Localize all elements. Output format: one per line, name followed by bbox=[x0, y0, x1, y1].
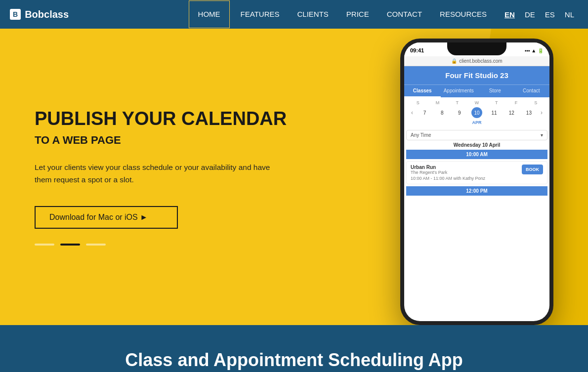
slider-dots bbox=[35, 244, 356, 246]
phone-url-bar: 🔒client.bobclass.com bbox=[404, 56, 549, 66]
logo[interactable]: B Bobclass bbox=[10, 9, 69, 20]
phone-notch bbox=[447, 42, 506, 55]
cal-day-8[interactable]: 8 bbox=[437, 107, 448, 118]
phone-screen: 09:41 ▪▪▪ ▲ 🔋 🔒client.bobclass.com Four … bbox=[404, 42, 549, 321]
hero-section: PUBLISH YOUR CALENDAR TO A WEB PAGE Let … bbox=[0, 29, 588, 325]
nav-price[interactable]: PRICE bbox=[337, 0, 378, 29]
time-filter-label: Any Time bbox=[411, 132, 431, 138]
phone-tab-classes[interactable]: Classes bbox=[404, 85, 441, 97]
cal-header-s1: S bbox=[408, 100, 428, 105]
logo-text: Bobclass bbox=[25, 9, 69, 20]
phone-calendar: S M T W T F S ‹ 7 8 9 10 11 bbox=[404, 97, 549, 130]
phone-time: 09:41 bbox=[410, 47, 424, 53]
slider-dot-3[interactable] bbox=[86, 244, 106, 246]
phone-signal-icons: ▪▪▪ ▲ 🔋 bbox=[525, 48, 544, 53]
time-filter-chevron: ▾ bbox=[541, 132, 543, 138]
cal-header-t2: T bbox=[487, 100, 506, 105]
nav-resources[interactable]: RESOURCES bbox=[431, 0, 496, 29]
phone-time-slot-2: 12:00 PM bbox=[406, 186, 547, 196]
cal-header-f: F bbox=[506, 100, 526, 105]
phone-app-header: Four Fit Studio 23 bbox=[404, 66, 549, 84]
phone-class-info: Urban Run The Regent's Park 10:00 AM - 1… bbox=[411, 165, 522, 181]
cal-header-s2: S bbox=[526, 100, 546, 105]
phone-book-button[interactable]: BOOK bbox=[522, 165, 543, 174]
cal-day-11[interactable]: 11 bbox=[489, 107, 500, 118]
phone-cal-month: APR bbox=[408, 120, 546, 125]
cal-header-m: M bbox=[428, 100, 448, 105]
bottom-wrapper: Class and Appointment Scheduling App for… bbox=[0, 325, 588, 372]
phone-url: client.bobclass.com bbox=[459, 58, 502, 64]
nav-clients[interactable]: CLIENTS bbox=[288, 0, 337, 29]
phone-cal-days: ‹ 7 8 9 10 11 12 13 › bbox=[408, 107, 546, 118]
cal-day-10-today[interactable]: 10 bbox=[471, 107, 482, 118]
hero-title: PUBLISH YOUR CALENDAR bbox=[35, 108, 356, 130]
phone-time-filter[interactable]: Any Time ▾ bbox=[406, 130, 547, 140]
lang-es[interactable]: ES bbox=[541, 10, 559, 19]
phone-time-slot-1: 10:00 AM bbox=[406, 150, 547, 159]
phone-class-item: Urban Run The Regent's Park 10:00 AM - 1… bbox=[406, 161, 547, 184]
phone-tab-appointments[interactable]: Appointments bbox=[441, 85, 477, 97]
nav-contact[interactable]: CONTACT bbox=[378, 0, 431, 29]
cal-header-w: W bbox=[467, 100, 487, 105]
cal-prev[interactable]: ‹ bbox=[408, 109, 416, 116]
cal-day-7[interactable]: 7 bbox=[420, 107, 430, 118]
phone-class-name: Urban Run bbox=[411, 165, 522, 170]
bottom-heading: Class and Appointment Scheduling App bbox=[125, 350, 462, 371]
nav-links: HOME FEATURES CLIENTS PRICE CONTACT RESO… bbox=[187, 0, 496, 29]
hero-left: PUBLISH YOUR CALENDAR TO A WEB PAGE Let … bbox=[0, 29, 380, 325]
hero-description: Let your clients view your class schedul… bbox=[35, 162, 272, 186]
cal-header-t1: T bbox=[447, 100, 467, 105]
lang-nl[interactable]: NL bbox=[561, 10, 578, 19]
hero-right: 09:41 ▪▪▪ ▲ 🔋 🔒client.bobclass.com Four … bbox=[380, 29, 588, 325]
slider-dot-2[interactable] bbox=[60, 244, 80, 246]
navigation: B Bobclass HOME FEATURES CLIENTS PRICE C… bbox=[0, 0, 588, 29]
slider-dot-1[interactable] bbox=[35, 244, 54, 246]
phone-class-location: The Regent's Park bbox=[411, 170, 522, 175]
nav-features[interactable]: FEATURES bbox=[232, 0, 289, 29]
phone-class-time: 10:00 AM - 11:00 AM with Kathy Ponz bbox=[411, 176, 522, 181]
phone-tab-contact[interactable]: Contact bbox=[513, 85, 550, 97]
nav-home[interactable]: HOME bbox=[189, 0, 230, 28]
cal-day-13[interactable]: 13 bbox=[523, 107, 534, 118]
logo-icon: B bbox=[10, 9, 21, 20]
lang-en[interactable]: EN bbox=[501, 10, 519, 19]
hero-subtitle: TO A WEB PAGE bbox=[35, 134, 356, 147]
phone-cal-days-header: S M T W T F S bbox=[408, 100, 546, 105]
cal-day-12[interactable]: 12 bbox=[506, 107, 517, 118]
phone-tab-store[interactable]: Store bbox=[477, 85, 513, 97]
language-switcher: EN DE ES NL bbox=[501, 10, 578, 19]
phone-mockup: 09:41 ▪▪▪ ▲ 🔋 🔒client.bobclass.com Four … bbox=[400, 39, 553, 325]
bottom-section: Class and Appointment Scheduling App for… bbox=[0, 325, 588, 372]
hero-cta-button[interactable]: Download for Mac or iOS ► bbox=[35, 206, 178, 229]
lang-de[interactable]: DE bbox=[521, 10, 539, 19]
cal-day-9[interactable]: 9 bbox=[454, 107, 465, 118]
phone-tabs: Classes Appointments Store Contact bbox=[404, 84, 549, 97]
phone-date-heading: Wednesday 10 April bbox=[404, 142, 549, 148]
cal-next[interactable]: › bbox=[538, 109, 546, 116]
